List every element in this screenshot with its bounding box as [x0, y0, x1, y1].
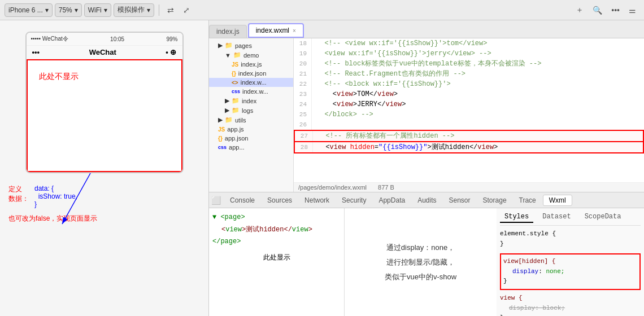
phone-content: 此处不显示	[27, 59, 182, 172]
network-selector[interactable]: WiFi ▾	[84, 3, 111, 17]
folder-icon: ▶	[218, 116, 223, 124]
tab-storage[interactable]: Storage	[477, 195, 512, 205]
html-line-page-close: </page>	[212, 236, 341, 248]
tree-item-appwxss[interactable]: css app...	[209, 143, 293, 152]
tab-indexwxml[interactable]: index.wxml ×	[248, 23, 304, 38]
center-panel: index.js index.wxml × ▶ 📁 pages ▼ 📁 demo	[209, 20, 644, 316]
device-selector[interactable]: iPhone 6 ... ▾	[5, 3, 53, 17]
tab-sources[interactable]: Sources	[262, 195, 298, 205]
tab-appdata[interactable]: AppData	[373, 195, 411, 205]
tab-indexwxml-label: index.wxml	[256, 27, 289, 34]
tree-item-logs[interactable]: ▶ 📁 logs	[209, 106, 293, 115]
tree-item-index[interactable]: ▶ 📁 index	[209, 96, 293, 106]
tab-sensor[interactable]: Sensor	[443, 195, 476, 205]
toolbar: iPhone 6 ... ▾ 75% ▾ WiFi ▾ 模拟操作 ▾ ⇄ ⤢ ＋…	[0, 0, 644, 20]
folder-icon-img: 📁	[225, 116, 233, 124]
folder-icon: ▶	[225, 107, 229, 114]
rotate-icon[interactable]: ⇄	[164, 3, 177, 17]
tab-wxml[interactable]: Wxml	[543, 195, 572, 206]
phone-app-title: WeChat	[89, 48, 116, 56]
code-line-19: 19 <view wx:if='{{isShow}}'>jerry</view>…	[294, 49, 644, 59]
time-text: 10:05	[110, 36, 124, 42]
split-icon[interactable]: ⚌	[625, 3, 639, 17]
add-icon[interactable]: ＋	[572, 3, 587, 17]
code-line-27: 27 <!-- 所有标签都有一个属性hidden -->	[294, 130, 644, 142]
tree-item-label: app.js	[227, 126, 243, 133]
phone-frame: ••••• WeChat令 10:05 99% ••• WeChat • ⊕ 此…	[25, 32, 184, 173]
tree-item-utils[interactable]: ▶ 📁 utils	[209, 115, 293, 125]
mode-selector[interactable]: 模拟操作 ▾	[114, 3, 154, 17]
tree-item-pages[interactable]: ▶ 📁 pages	[209, 41, 293, 50]
html-tree-panel: ▼ <page> <view>测试hidden</view> </page> 此…	[209, 208, 345, 316]
folder-icon-img: 📁	[232, 97, 240, 104]
code-line-22: 22 <!-- <block wx:if='{{isShow}}'>	[294, 79, 644, 89]
editor-tabs: index.js index.wxml ×	[209, 20, 644, 38]
code-line-25: 25 </block> -->	[294, 109, 644, 120]
tree-item-demo[interactable]: ▼ 📁 demo	[209, 50, 293, 60]
view-hidden-rule: view[hidden] { display: none; }	[500, 253, 641, 290]
tab-security[interactable]: Security	[336, 195, 372, 205]
css-icon2: css	[218, 144, 227, 150]
define-label: 定义 数据：	[8, 185, 29, 208]
file-path-text: /pages/demo/index.wxml	[298, 184, 367, 191]
element-style-rule: element.style { }	[500, 229, 641, 249]
tab-audits[interactable]: Audits	[412, 195, 442, 205]
tree-item-indexjs[interactable]: JS index.js	[209, 60, 293, 69]
tree-item-appjs[interactable]: JS app.js	[209, 125, 293, 134]
bottom-panel: ⬜ Console Sources Network Security AppDa…	[209, 192, 644, 316]
close-tab-icon[interactable]: ×	[293, 28, 296, 34]
code-editor[interactable]: 18 <!-- <view wx:if='{{isShow}}'>tom</vi…	[294, 38, 644, 182]
tree-item-label: app...	[229, 144, 245, 151]
editor-area: ▶ 📁 pages ▼ 📁 demo JS index.js {} index.…	[209, 38, 644, 192]
more-icon[interactable]: •••	[608, 3, 623, 17]
center-annotation: 通过display：none， 进行控制显示/隐藏， 类似于vue中的v-sho…	[345, 208, 497, 316]
styles-tab-styles[interactable]: Styles	[500, 212, 533, 223]
tree-item-indexwxml[interactable]: <> index.w...	[209, 78, 293, 87]
fullscreen-icon[interactable]: ⤢	[180, 3, 193, 17]
phone-hidden-text: 此处不显示	[39, 72, 79, 82]
bottom-tabs: ⬜ Console Sources Network Security AppDa…	[209, 192, 644, 208]
wxml-icon: <>	[232, 80, 238, 86]
html-line-view[interactable]: <view>测试hidden</view>	[212, 224, 341, 236]
network-label: WiFi	[88, 6, 102, 14]
tree-item-indexwxss[interactable]: css index.w...	[209, 87, 293, 96]
html-line-page-open: ▼ <page>	[212, 212, 341, 224]
styles-tab-bar: Styles Dataset ScopeData	[500, 212, 641, 226]
code-line-21: 21 <!-- React.Fragment也有类似的作用 -->	[294, 69, 644, 79]
tree-item-label: demo	[243, 52, 259, 59]
tab-network[interactable]: Network	[299, 195, 335, 205]
tree-item-indexjson[interactable]: {} index.json	[209, 69, 293, 78]
folder-icon-img: 📁	[233, 51, 241, 59]
zoom-label: 75%	[59, 6, 72, 14]
tree-item-label: index.w...	[242, 88, 268, 95]
code-line-28: 28 <view hidden="{{isShow}}">测试hidden</v…	[294, 142, 644, 153]
chevron-down-icon: ▾	[147, 6, 150, 14]
code-line-26: 26	[294, 120, 644, 130]
battery-text: 99%	[166, 36, 177, 42]
search-icon[interactable]: 🔍	[589, 3, 606, 17]
tab-indexjs[interactable]: index.js	[209, 25, 247, 38]
css-icon: css	[232, 89, 240, 94]
nav-more-icon: •••	[32, 48, 40, 56]
folder-open-icon: ▼	[225, 52, 231, 59]
folder-icon: ▶	[218, 42, 223, 49]
styles-tab-scopedata[interactable]: ScopeData	[580, 212, 626, 223]
json-icon2: {}	[218, 135, 223, 142]
phone-panel: ••••• WeChat令 10:05 99% ••• WeChat • ⊕ 此…	[0, 20, 209, 316]
code-line-24: 24 <view>JERRY</view>	[294, 99, 644, 109]
bottom-content: ▼ <page> <view>测试hidden</view> </page> 此…	[209, 208, 644, 316]
chevron-down-icon: ▾	[45, 6, 49, 14]
tab-trace[interactable]: Trace	[514, 195, 542, 205]
display-label: 此处显示	[212, 253, 341, 262]
code-line-23: 23 <view>TOM</view>	[294, 89, 644, 99]
view-rule: view { display: block; }	[500, 293, 641, 316]
styles-panel: Styles Dataset ScopeData element.style {…	[497, 208, 644, 316]
mode-label: 模拟操作	[118, 5, 145, 15]
tree-item-appjson[interactable]: {} app.json	[209, 134, 293, 143]
separator	[159, 5, 159, 16]
tab-console[interactable]: Console	[224, 195, 260, 205]
styles-tab-dataset[interactable]: Dataset	[538, 212, 575, 223]
nav-actions-icon: • ⊕	[166, 48, 176, 56]
zoom-selector[interactable]: 75% ▾	[55, 3, 82, 17]
tree-item-label: pages	[235, 42, 252, 49]
